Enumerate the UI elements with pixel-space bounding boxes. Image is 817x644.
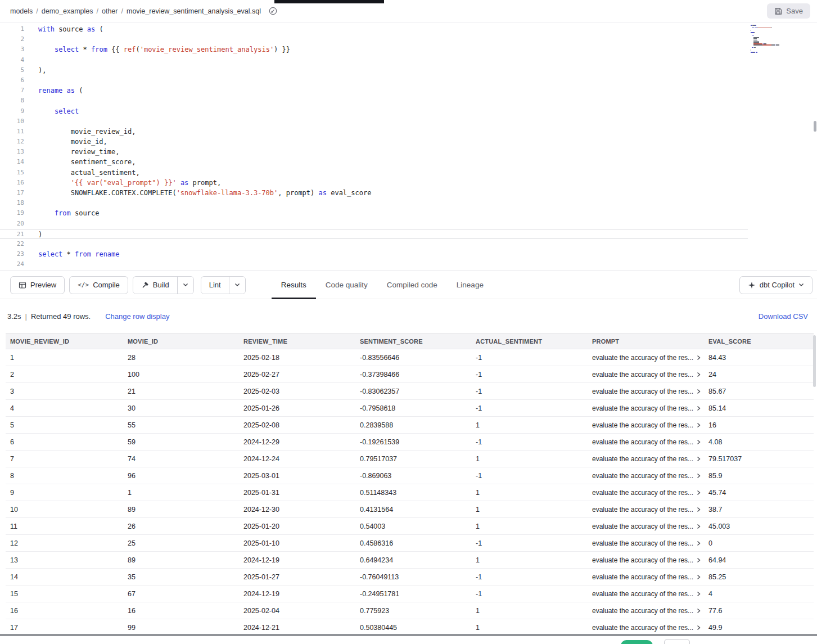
preview-button[interactable]: Preview: [10, 276, 65, 294]
breadcrumb-item[interactable]: movie_review_sentiment_analysis_eval.sql: [127, 7, 261, 15]
line-number: 20: [0, 219, 24, 229]
editor-scrollbar-handle[interactable]: [814, 121, 816, 132]
table-row[interactable]: 6592024-12-29-0.19261539-1evaluate the a…: [6, 434, 814, 451]
expand-cell-icon[interactable]: [696, 541, 701, 546]
expand-cell-icon[interactable]: [696, 439, 701, 445]
expand-cell-icon[interactable]: [696, 574, 701, 580]
lint-button[interactable]: Lint: [201, 277, 229, 294]
table-cell-actual_sentiment: 1: [471, 506, 588, 514]
table-row[interactable]: 1282025-02-18-0.83556646-1evaluate the a…: [6, 349, 814, 366]
code-line-13[interactable]: 13 review_time,: [0, 147, 817, 157]
code-line-11[interactable]: 11 movie_review_id,: [0, 127, 817, 137]
column-header-actual_sentiment: ACTUAL_SENTIMENT: [471, 338, 588, 345]
breadcrumb-item[interactable]: other: [102, 7, 118, 15]
table-scrollbar-handle[interactable]: [813, 335, 816, 387]
breadcrumb-item[interactable]: models: [10, 7, 33, 15]
code-line-22[interactable]: 22: [0, 239, 817, 249]
save-button[interactable]: Save: [767, 3, 810, 19]
expand-cell-icon[interactable]: [696, 422, 701, 428]
table-row[interactable]: 7742024-12-240.795170371evaluate the acc…: [6, 451, 814, 467]
lint-options-chevron[interactable]: [229, 277, 245, 294]
code-line-12[interactable]: 12 movie_id,: [0, 137, 817, 147]
table-row[interactable]: 8962025-03-01-0.869063-1evaluate the acc…: [6, 467, 814, 484]
code-line-17[interactable]: 17 SNOWFLAKE.CORTEX.COMPLETE('snowflake-…: [0, 188, 817, 198]
expand-cell-icon[interactable]: [696, 557, 701, 563]
code-line-15[interactable]: 15 actual_sentiment,: [0, 168, 817, 178]
table-row[interactable]: 3212025-02-03-0.83062357-1evaluate the a…: [6, 383, 814, 400]
tab-results[interactable]: Results: [272, 271, 316, 299]
tab-compiled-code[interactable]: Compiled code: [377, 271, 447, 299]
expand-cell-icon[interactable]: [696, 524, 701, 529]
breadcrumb-separator: /: [36, 7, 38, 15]
table-row[interactable]: 17992024-12-210.503804451evaluate the ac…: [6, 619, 814, 636]
table-cell-review_time: 2025-02-18: [239, 354, 355, 362]
expand-cell-icon[interactable]: [696, 406, 701, 411]
expand-cell-icon[interactable]: [696, 355, 701, 361]
table-row[interactable]: 912025-01-310.511483431evaluate the accu…: [6, 484, 814, 501]
code-line-3[interactable]: 3 select * from {{ ref('movie_review_sen…: [0, 44, 817, 55]
bottom-partial-primary-button[interactable]: [621, 640, 653, 644]
code-editor[interactable]: 1with source as (23 select * from {{ ref…: [0, 22, 817, 271]
table-row[interactable]: 16162025-02-040.7759231evaluate the accu…: [6, 602, 814, 619]
code-line-9[interactable]: 9 select: [0, 106, 817, 116]
code-line-23[interactable]: 23select * from rename: [0, 249, 817, 259]
code-line-6[interactable]: 6: [0, 75, 817, 85]
code-line-1[interactable]: 1with source as (: [0, 24, 817, 34]
build-button[interactable]: Build: [133, 277, 177, 294]
code-line-21[interactable]: 21): [0, 229, 748, 239]
column-header-eval_score: EVAL_SCORE: [704, 338, 814, 345]
code-line-14[interactable]: 14 sentiment_score,: [0, 157, 817, 167]
code-line-18[interactable]: 18: [0, 198, 817, 208]
table-row[interactable]: 13892024-12-190.64942341evaluate the acc…: [6, 552, 814, 569]
table-cell-prompt: evaluate the accuracy of the res...: [588, 421, 704, 429]
expand-cell-icon[interactable]: [696, 456, 701, 462]
code-line-7[interactable]: 7rename as (: [0, 85, 817, 96]
table-scrollbar[interactable]: [813, 335, 816, 632]
code-line-10[interactable]: 10: [0, 116, 817, 127]
tab-lineage[interactable]: Lineage: [447, 271, 493, 299]
table-row[interactable]: 14352025-01-27-0.76049113-1evaluate the …: [6, 569, 814, 586]
expand-cell-icon[interactable]: [696, 473, 701, 479]
table-row[interactable]: 15672024-12-19-0.24951781-1evaluate the …: [6, 586, 814, 602]
table-row[interactable]: 4302025-01-26-0.7958618-1evaluate the ac…: [6, 400, 814, 417]
table-row[interactable]: 10892024-12-300.41315641evaluate the acc…: [6, 501, 814, 518]
build-options-chevron[interactable]: [178, 277, 193, 294]
table-cell-eval_score: 79.517037: [704, 455, 814, 463]
code-line-16[interactable]: 16 '{{ var("eval_prompt") }}' as prompt,: [0, 178, 817, 188]
line-number: 14: [0, 157, 24, 167]
compile-button[interactable]: </> Compile: [69, 276, 128, 294]
table-cell-movie_review_id: 17: [6, 624, 123, 632]
edit-icon[interactable]: [269, 7, 277, 15]
table-row[interactable]: 21002025-02-27-0.37398466-1evaluate the …: [6, 366, 814, 383]
editor-minimap[interactable]: [748, 24, 811, 57]
code-line-5[interactable]: 5),: [0, 65, 817, 75]
table-row[interactable]: 12252025-01-100.4586316-1evaluate the ac…: [6, 535, 814, 552]
editor-scrollbar[interactable]: [814, 22, 816, 271]
download-csv-link[interactable]: Download CSV: [759, 312, 808, 321]
breadcrumb-item[interactable]: demo_examples: [42, 7, 93, 15]
expand-cell-icon[interactable]: [696, 608, 701, 614]
table-cell-eval_score: 85.14: [704, 404, 814, 412]
expand-cell-icon[interactable]: [696, 389, 701, 394]
table-row[interactable]: 11262025-01-200.540031evaluate the accur…: [6, 518, 814, 535]
table-cell-actual_sentiment: 1: [471, 523, 588, 530]
expand-cell-icon[interactable]: [696, 507, 701, 512]
code-line-2[interactable]: 2: [0, 34, 817, 44]
expand-cell-icon[interactable]: [696, 372, 701, 377]
code-line-4[interactable]: 4: [0, 55, 817, 65]
table-cell-review_time: 2025-02-08: [239, 421, 355, 429]
table-cell-eval_score: 0: [704, 539, 814, 547]
code-line-25[interactable]: 25: [0, 270, 817, 272]
code-line-8[interactable]: 8: [0, 96, 817, 106]
bottom-partial-secondary-button[interactable]: [664, 639, 690, 644]
expand-cell-icon[interactable]: [696, 490, 701, 496]
code-line-20[interactable]: 20: [0, 219, 817, 229]
code-line-24[interactable]: 24: [0, 259, 817, 269]
tab-code-quality[interactable]: Code quality: [316, 271, 377, 299]
dbt-copilot-button[interactable]: dbt Copilot: [739, 276, 813, 294]
code-line-19[interactable]: 19 from source: [0, 208, 817, 218]
table-row[interactable]: 5552025-02-080.28395881evaluate the accu…: [6, 417, 814, 434]
change-row-display-link[interactable]: Change row display: [105, 312, 169, 321]
expand-cell-icon[interactable]: [696, 591, 701, 597]
expand-cell-icon[interactable]: [696, 625, 701, 631]
